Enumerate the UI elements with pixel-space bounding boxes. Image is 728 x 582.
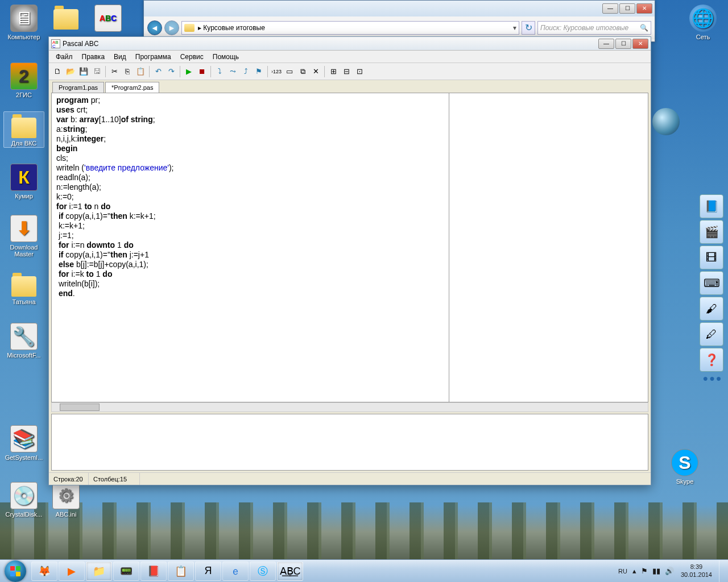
start-button[interactable]: [0, 560, 31, 583]
code-editor[interactable]: program pr;uses crt;var b: array[1..10]o…: [52, 93, 449, 402]
minimize-button[interactable]: —: [598, 39, 614, 49]
desktop-icon-Skype[interactable]: SSkype: [664, 448, 705, 485]
panel3-icon[interactable]: ⊡: [353, 65, 366, 78]
deskband-button-5[interactable]: 🖊: [700, 322, 723, 346]
taskbar-calc[interactable]: 📟: [113, 562, 139, 581]
step-out-icon[interactable]: ⤴: [239, 65, 252, 78]
editor-area: program pr;uses crt;var b: array[1..10]o…: [51, 93, 648, 402]
taskbar-yandex[interactable]: Я: [195, 562, 221, 581]
status-col-value: 15: [120, 476, 127, 483]
explorer-nav: ◄ ► ▸ Курсовые итоговые ▾ ↻ Поиск: Курсо…: [144, 16, 655, 39]
close-tab-icon[interactable]: ✕: [309, 65, 322, 78]
new-icon[interactable]: 🗋: [51, 65, 64, 78]
menu-Помощь[interactable]: Помощь: [208, 52, 243, 62]
refresh-button[interactable]: ↻: [522, 21, 535, 35]
tray-network-icon[interactable]: ▮▮: [650, 567, 663, 575]
desktop-icon-Сеть[interactable]: 🌐Сеть: [682, 3, 723, 41]
deskband-button-0[interactable]: 📘: [700, 194, 723, 218]
deskband-more[interactable]: ●●●: [700, 373, 726, 384]
desktop-icon-abc[interactable]: ABC: [88, 3, 129, 34]
breakpoint-icon[interactable]: ⚑: [253, 65, 265, 78]
window1-icon[interactable]: ▭: [283, 65, 296, 78]
open-icon[interactable]: 📂: [64, 65, 77, 78]
folder-icon: [53, 9, 78, 30]
folder-icon: [11, 118, 36, 138]
window-title: Pascal ABC: [63, 40, 98, 48]
maximize-button[interactable]: ☐: [619, 3, 635, 14]
tab-Program1.pas[interactable]: Program1.pas: [52, 82, 104, 93]
desktop-icon-Татьяна[interactable]: Татьяна: [3, 271, 44, 306]
desktop-icon-Компьютер[interactable]: 🖥Компьютер: [3, 3, 44, 41]
status-line-value: 20: [76, 476, 82, 483]
taskbar-firefox[interactable]: 🦊: [31, 562, 57, 581]
deskband-button-4[interactable]: 🖌: [700, 297, 723, 321]
taskbar-pdf[interactable]: 📕: [140, 562, 167, 581]
show-desktop-button[interactable]: [719, 560, 725, 582]
deskband: 📘🎬🎞⌨🖌🖊❓●●●: [700, 194, 726, 384]
deskband-button-3[interactable]: ⌨: [700, 271, 723, 295]
paste-icon[interactable]: 📋: [134, 65, 147, 78]
taskbar-explorer[interactable]: 📁: [86, 562, 112, 581]
watch-icon[interactable]: ›123: [270, 65, 283, 78]
desktop-icon-folder[interactable]: [46, 3, 86, 32]
save-icon[interactable]: 💾: [77, 65, 90, 78]
taskbar-media[interactable]: ▶: [59, 562, 85, 581]
undo-icon[interactable]: ↶: [152, 65, 164, 78]
back-button[interactable]: ◄: [147, 20, 162, 35]
step-over-icon[interactable]: ⤳: [226, 65, 239, 78]
copy-icon[interactable]: ⎘: [121, 65, 134, 78]
horizontal-scrollbar[interactable]: [51, 402, 648, 412]
panel1-icon[interactable]: ⊞: [327, 65, 340, 78]
cut-icon[interactable]: ✂: [108, 65, 121, 78]
minimize-button[interactable]: —: [602, 3, 618, 14]
tray-action-icon[interactable]: ⚑: [639, 567, 650, 575]
desktop-icon-Download Master[interactable]: ⬇Download Master: [3, 214, 44, 258]
step-into-icon[interactable]: ⤵: [213, 65, 226, 78]
forward-button[interactable]: ►: [164, 20, 179, 35]
deskband-button-6[interactable]: ❓: [700, 348, 723, 372]
deskband-button-1[interactable]: 🎬: [700, 220, 723, 244]
icon-label: Skype: [664, 477, 705, 485]
toolbar: 🗋 📂 💾 🖫 ✂ ⎘ 📋 ↶ ↷ ▶ ⏹ ⤵ ⤳ ⤴ ⚑ ›123 ▭ ⧉ ✕…: [49, 63, 651, 80]
desktop-icon-Кумир[interactable]: ККумир: [3, 163, 44, 200]
pascal-titlebar[interactable]: ABC Pascal ABC — ☐ ✕: [49, 37, 651, 51]
tab-*Program2.pas[interactable]: *Program2.pas: [105, 82, 159, 93]
run-icon[interactable]: ▶: [183, 65, 195, 78]
taskbar-pascal[interactable]: A͟B͟C: [277, 562, 303, 581]
taskbar-ie[interactable]: ｅ: [222, 562, 249, 581]
taskbar-skype[interactable]: Ⓢ: [250, 562, 276, 581]
redo-icon[interactable]: ↷: [165, 65, 177, 78]
menu-Правка[interactable]: Правка: [77, 52, 110, 62]
icon-label: ABC.ini: [46, 510, 86, 518]
close-button[interactable]: ✕: [632, 39, 648, 49]
side-panel: [449, 93, 648, 402]
desktop-icon-2ГИС[interactable]: 22ГИС: [3, 61, 44, 99]
stop-icon[interactable]: ⏹: [196, 65, 208, 78]
tray-volume-icon[interactable]: 🔊: [663, 567, 676, 575]
desktop-icon-MicrosoftF...[interactable]: 🔧MicrosoftF...: [3, 322, 44, 359]
menu-Программа[interactable]: Программа: [131, 52, 176, 62]
explorer-titlebar[interactable]: — ☐ ✕: [144, 1, 655, 16]
language-indicator[interactable]: RU: [615, 566, 630, 576]
deskband-button-2[interactable]: 🎞: [700, 246, 723, 269]
menu-Вид[interactable]: Вид: [109, 52, 131, 62]
breadcrumb[interactable]: ▸ Курсовые итоговые ▾: [181, 21, 519, 35]
tray-arrow-icon[interactable]: ▴: [630, 567, 639, 575]
desktop-icon-ABC.ini[interactable]: ⚙ABC.ini: [46, 481, 86, 518]
search-input[interactable]: Поиск: Курсовые итоговые 🔍: [537, 21, 651, 35]
menu-Сервис[interactable]: Сервис: [176, 52, 208, 62]
desktop-icon-Для ВКС[interactable]: Для ВКС: [3, 111, 44, 148]
maximize-button[interactable]: ☐: [615, 39, 631, 49]
menu-Файл[interactable]: Файл: [51, 52, 77, 62]
status-line-label: Строка:: [53, 476, 76, 483]
desktop-icon-GetSystemI...[interactable]: 📚GetSystemI...: [3, 424, 44, 462]
breadcrumb-text: Курсовые итоговые: [203, 24, 265, 32]
clock[interactable]: 8:39 30.01.2014: [676, 563, 717, 578]
window2-icon[interactable]: ⧉: [296, 65, 309, 78]
taskbar-smart[interactable]: 📋: [168, 562, 194, 581]
close-button[interactable]: ✕: [636, 3, 652, 14]
panel2-icon[interactable]: ⊟: [340, 65, 353, 78]
desktop-icon-CrystalDisk...[interactable]: 💿CrystalDisk...: [3, 481, 44, 518]
output-panel[interactable]: [51, 414, 648, 471]
saveall-icon[interactable]: 🖫: [90, 65, 103, 78]
